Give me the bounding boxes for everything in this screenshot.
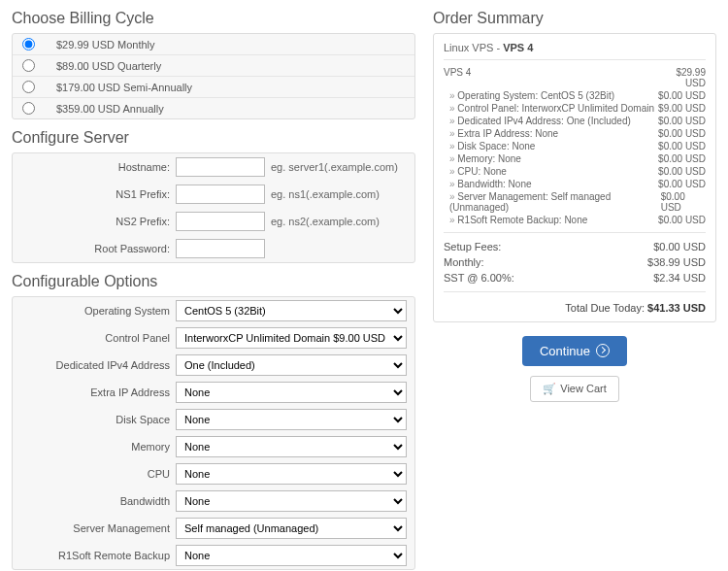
billing-option[interactable]: $29.99 USD Monthly (13, 34, 414, 55)
billing-option[interactable]: $89.00 USD Quarterly (13, 55, 414, 77)
summary-line-name: Server Management: Self managed (Unmanag… (449, 191, 661, 213)
option-row: MemoryNone (13, 433, 414, 460)
option-row: Disk SpaceNone (13, 406, 414, 433)
summary-total: SST @ 6.00%:$2.34 USD (444, 270, 706, 286)
summary-line: Operating System: CentOS 5 (32Bit)$0.00 … (444, 89, 706, 102)
summary-line-name: Disk Space: None (449, 141, 535, 151)
billing-option[interactable]: $359.00 USD Annually (13, 98, 414, 118)
billing-radio[interactable] (22, 59, 35, 72)
summary-line: Extra IP Address: None$0.00 USD (444, 127, 706, 140)
billing-cycle-panel: $29.99 USD Monthly$89.00 USD Quarterly$1… (12, 33, 415, 119)
summary-line: Server Management: Self managed (Unmanag… (444, 190, 706, 214)
hostname-hint: eg. server1(.example.com) (271, 161, 398, 173)
billing-radio[interactable] (22, 38, 35, 50)
ns1-label: NS1 Prefix: (20, 188, 176, 200)
summary-line-price: $0.00 USD (658, 116, 706, 126)
summary-total-value: $2.34 USD (653, 272, 706, 284)
summary-line-name: Dedicated IPv4 Address: One (Included) (449, 116, 631, 126)
option-row: CPUNone (13, 460, 414, 487)
summary-line-name: Bandwidth: None (449, 179, 532, 189)
option-label: Control Panel (20, 332, 176, 344)
summary-line-name: CPU: None (449, 166, 507, 177)
summary-line-name: R1Soft Remote Backup: None (449, 215, 587, 225)
root-password-input[interactable] (176, 239, 265, 258)
option-select[interactable]: InterworxCP Unlimited Domain $9.00 USD (176, 327, 407, 349)
summary-base-price: $29.99 USD (657, 67, 706, 88)
summary-line-name: Extra IP Address: None (449, 128, 558, 139)
billing-option[interactable]: $179.00 USD Semi-Annually (13, 77, 414, 98)
summary-line: R1Soft Remote Backup: None$0.00 USD (444, 214, 706, 226)
option-select[interactable]: None (176, 409, 407, 430)
summary-line-price: $0.00 USD (658, 215, 706, 225)
total-due: Total Due Today: $41.33 USD (444, 298, 706, 314)
option-row: BandwidthNone (13, 487, 414, 515)
summary-line-price: $0.00 USD (658, 90, 706, 101)
ns2-input[interactable] (176, 212, 265, 231)
summary-line-price: $0.00 USD (658, 141, 706, 151)
summary-line-price: $0.00 USD (658, 128, 706, 139)
option-select[interactable]: CentOS 5 (32Bit) (176, 300, 407, 321)
summary-total: Setup Fees:$0.00 USD (444, 239, 706, 254)
billing-cycle-title: Choose Billing Cycle (12, 10, 415, 27)
option-row: Operating SystemCentOS 5 (32Bit) (13, 297, 414, 324)
option-label: Bandwidth (20, 495, 176, 507)
option-row: Dedicated IPv4 AddressOne (Included) (13, 352, 414, 379)
option-select[interactable]: Self managed (Unmanaged) (176, 518, 407, 539)
option-label: Operating System (20, 305, 176, 317)
summary-line: Disk Space: None$0.00 USD (444, 140, 706, 152)
summary-line: Control Panel: InterworxCP Unlimited Dom… (444, 102, 706, 115)
summary-line-name: Control Panel: InterworxCP Unlimited Dom… (449, 103, 654, 114)
option-label: Server Management (20, 522, 176, 534)
summary-line: Bandwidth: None$0.00 USD (444, 178, 706, 190)
option-select[interactable]: None (176, 545, 407, 566)
option-label: Extra IP Address (20, 386, 176, 398)
billing-label: $29.99 USD Monthly (56, 39, 155, 50)
summary-line-price: $0.00 USD (658, 166, 706, 177)
option-select[interactable]: None (176, 382, 407, 403)
root-password-label: Root Password: (20, 243, 176, 254)
summary-total-value: $38.99 USD (647, 256, 706, 268)
billing-label: $89.00 USD Quarterly (56, 60, 161, 72)
summary-line: Memory: None$0.00 USD (444, 152, 706, 165)
summary-line-name: Operating System: CentOS 5 (32Bit) (449, 90, 614, 101)
hostname-label: Hostname: (20, 161, 176, 173)
cart-icon: 🛒 (543, 383, 556, 394)
option-select[interactable]: None (176, 490, 407, 512)
ns2-hint: eg. ns2(.example.com) (271, 216, 380, 227)
summary-line-price: $9.00 USD (658, 103, 706, 114)
arrow-right-icon (596, 344, 610, 357)
option-row: Server ManagementSelf managed (Unmanaged… (13, 515, 414, 542)
continue-button[interactable]: Continue (522, 336, 627, 366)
option-row: Extra IP AddressNone (13, 379, 414, 406)
summary-total-label: Monthly: (444, 256, 484, 268)
option-label: Disk Space (20, 414, 176, 425)
option-select[interactable]: One (Included) (176, 354, 407, 376)
view-cart-button[interactable]: 🛒View Cart (530, 376, 618, 402)
option-select[interactable]: None (176, 463, 407, 485)
product-heading: Linux VPS - VPS 4 (444, 42, 706, 60)
summary-line-price: $0.00 USD (661, 191, 706, 213)
summary-line: CPU: None$0.00 USD (444, 165, 706, 178)
ns1-hint: eg. ns1(.example.com) (271, 188, 380, 200)
summary-total: Monthly:$38.99 USD (444, 254, 706, 270)
summary-line-price: $0.00 USD (658, 153, 706, 164)
billing-radio[interactable] (22, 102, 35, 115)
hostname-input[interactable] (176, 157, 265, 177)
order-summary-panel: Linux VPS - VPS 4 VPS 4 $29.99 USD Opera… (433, 33, 716, 322)
option-row: Control PanelInterworxCP Unlimited Domai… (13, 324, 414, 352)
billing-radio[interactable] (22, 81, 35, 93)
option-row: R1Soft Remote BackupNone (13, 542, 414, 569)
option-label: Memory (20, 441, 176, 453)
billing-label: $359.00 USD Annually (56, 103, 164, 115)
ns1-input[interactable] (176, 185, 265, 204)
summary-line-name: Memory: None (449, 153, 521, 164)
summary-base-name: VPS 4 (444, 67, 471, 88)
option-select[interactable]: None (176, 436, 407, 457)
summary-total-value: $0.00 USD (653, 241, 706, 252)
option-label: Dedicated IPv4 Address (20, 359, 176, 371)
ns2-label: NS2 Prefix: (20, 216, 176, 227)
summary-line-price: $0.00 USD (658, 179, 706, 189)
option-label: CPU (20, 468, 176, 480)
billing-label: $179.00 USD Semi-Annually (56, 82, 192, 93)
configure-server-panel: Hostname: eg. server1(.example.com) NS1 … (12, 152, 415, 263)
